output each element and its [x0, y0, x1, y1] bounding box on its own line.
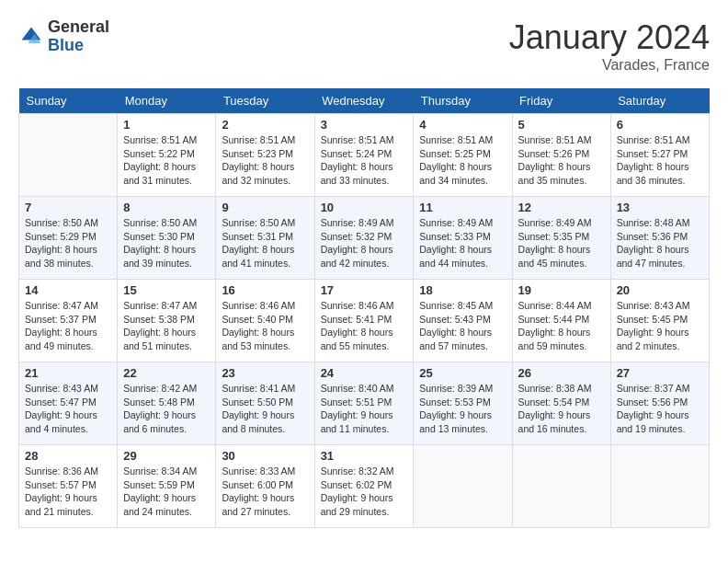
day-number: 5 — [518, 118, 605, 132]
calendar-cell: 16Sunrise: 8:46 AM Sunset: 5:40 PM Dayli… — [216, 280, 314, 362]
day-number: 18 — [419, 283, 506, 297]
day-content: Sunrise: 8:51 AM Sunset: 5:25 PM Dayligh… — [419, 133, 506, 188]
calendar-cell: 12Sunrise: 8:49 AM Sunset: 5:35 PM Dayli… — [512, 197, 610, 280]
day-content: Sunrise: 8:33 AM Sunset: 6:00 PM Dayligh… — [222, 465, 308, 519]
day-number: 22 — [123, 366, 210, 380]
day-number: 2 — [222, 118, 308, 132]
day-number: 4 — [419, 118, 506, 132]
day-number: 13 — [617, 201, 703, 214]
day-number: 15 — [123, 283, 210, 297]
day-number: 29 — [123, 449, 210, 463]
calendar-cell: 5Sunrise: 8:51 AM Sunset: 5:26 PM Daylig… — [512, 114, 610, 197]
day-number: 8 — [123, 201, 210, 214]
calendar-cell: 3Sunrise: 8:51 AM Sunset: 5:24 PM Daylig… — [314, 114, 414, 197]
calendar-cell: 8Sunrise: 8:50 AM Sunset: 5:30 PM Daylig… — [118, 197, 216, 280]
day-content: Sunrise: 8:45 AM Sunset: 5:43 PM Dayligh… — [419, 299, 506, 353]
day-number: 3 — [321, 118, 408, 132]
calendar-cell: 26Sunrise: 8:38 AM Sunset: 5:54 PM Dayli… — [512, 362, 610, 445]
weekday-header-friday: Friday — [512, 88, 610, 114]
logo-text: General Blue — [48, 18, 109, 55]
calendar-week-3: 14Sunrise: 8:47 AM Sunset: 5:37 PM Dayli… — [19, 280, 710, 362]
weekday-header-monday: Monday — [118, 88, 216, 114]
calendar-cell: 20Sunrise: 8:43 AM Sunset: 5:45 PM Dayli… — [610, 280, 709, 362]
day-content: Sunrise: 8:51 AM Sunset: 5:26 PM Dayligh… — [518, 133, 605, 188]
day-number: 9 — [222, 201, 308, 214]
day-number: 27 — [617, 366, 703, 380]
day-number: 24 — [321, 366, 408, 380]
day-number: 31 — [321, 449, 408, 463]
calendar-week-2: 7Sunrise: 8:50 AM Sunset: 5:29 PM Daylig… — [19, 197, 710, 280]
day-number: 20 — [617, 283, 703, 297]
calendar-cell: 28Sunrise: 8:36 AM Sunset: 5:57 PM Dayli… — [19, 445, 118, 528]
day-content: Sunrise: 8:44 AM Sunset: 5:44 PM Dayligh… — [518, 299, 605, 353]
calendar-cell — [512, 445, 610, 528]
calendar-cell: 14Sunrise: 8:47 AM Sunset: 5:37 PM Dayli… — [19, 280, 118, 362]
calendar-cell: 29Sunrise: 8:34 AM Sunset: 5:59 PM Dayli… — [118, 445, 216, 528]
day-content: Sunrise: 8:49 AM Sunset: 5:35 PM Dayligh… — [518, 216, 605, 270]
day-content: Sunrise: 8:34 AM Sunset: 5:59 PM Dayligh… — [123, 465, 210, 519]
day-number: 6 — [617, 118, 703, 132]
calendar-cell: 11Sunrise: 8:49 AM Sunset: 5:33 PM Dayli… — [414, 197, 512, 280]
calendar-cell: 1Sunrise: 8:51 AM Sunset: 5:22 PM Daylig… — [118, 114, 216, 197]
calendar-week-4: 21Sunrise: 8:43 AM Sunset: 5:47 PM Dayli… — [19, 362, 710, 445]
month-title: January 2024 — [509, 18, 710, 57]
weekday-header-sunday: Sunday — [19, 88, 118, 114]
day-content: Sunrise: 8:42 AM Sunset: 5:48 PM Dayligh… — [123, 382, 210, 436]
calendar-cell: 31Sunrise: 8:32 AM Sunset: 6:02 PM Dayli… — [314, 445, 414, 528]
day-content: Sunrise: 8:47 AM Sunset: 5:38 PM Dayligh… — [123, 299, 210, 353]
day-content: Sunrise: 8:51 AM Sunset: 5:23 PM Dayligh… — [222, 133, 308, 188]
weekday-header-thursday: Thursday — [414, 88, 512, 114]
logo-general-text: General — [48, 17, 109, 36]
day-content: Sunrise: 8:51 AM Sunset: 5:27 PM Dayligh… — [617, 133, 703, 188]
calendar-cell: 22Sunrise: 8:42 AM Sunset: 5:48 PM Dayli… — [118, 362, 216, 445]
page-header: General Blue January 2024 Varades, Franc… — [18, 18, 710, 74]
calendar-week-1: 1Sunrise: 8:51 AM Sunset: 5:22 PM Daylig… — [19, 114, 710, 197]
calendar-cell: 4Sunrise: 8:51 AM Sunset: 5:25 PM Daylig… — [414, 114, 512, 197]
svg-marker-0 — [22, 27, 41, 40]
location: Varades, France — [509, 57, 710, 74]
calendar-header: SundayMondayTuesdayWednesdayThursdayFrid… — [19, 88, 710, 114]
day-number: 10 — [321, 201, 408, 214]
calendar-cell: 24Sunrise: 8:40 AM Sunset: 5:51 PM Dayli… — [314, 362, 414, 445]
calendar-cell — [414, 445, 512, 528]
calendar-cell: 10Sunrise: 8:49 AM Sunset: 5:32 PM Dayli… — [314, 197, 414, 280]
day-content: Sunrise: 8:46 AM Sunset: 5:41 PM Dayligh… — [321, 299, 408, 353]
calendar-cell: 15Sunrise: 8:47 AM Sunset: 5:38 PM Dayli… — [118, 280, 216, 362]
calendar-cell: 7Sunrise: 8:50 AM Sunset: 5:29 PM Daylig… — [19, 197, 118, 280]
day-content: Sunrise: 8:40 AM Sunset: 5:51 PM Dayligh… — [321, 382, 408, 436]
day-number: 14 — [25, 283, 111, 297]
day-content: Sunrise: 8:36 AM Sunset: 5:57 PM Dayligh… — [25, 465, 111, 519]
title-block: January 2024 Varades, France — [509, 18, 710, 74]
day-content: Sunrise: 8:47 AM Sunset: 5:37 PM Dayligh… — [25, 299, 111, 353]
weekday-header-tuesday: Tuesday — [216, 88, 314, 114]
calendar-cell: 23Sunrise: 8:41 AM Sunset: 5:50 PM Dayli… — [216, 362, 314, 445]
calendar-cell: 27Sunrise: 8:37 AM Sunset: 5:56 PM Dayli… — [610, 362, 709, 445]
calendar-cell: 9Sunrise: 8:50 AM Sunset: 5:31 PM Daylig… — [216, 197, 314, 280]
day-number: 30 — [222, 449, 308, 463]
day-number: 11 — [419, 201, 506, 214]
calendar-body: 1Sunrise: 8:51 AM Sunset: 5:22 PM Daylig… — [19, 114, 710, 528]
day-number: 12 — [518, 201, 605, 214]
calendar-cell: 21Sunrise: 8:43 AM Sunset: 5:47 PM Dayli… — [19, 362, 118, 445]
calendar-cell: 17Sunrise: 8:46 AM Sunset: 5:41 PM Dayli… — [314, 280, 414, 362]
calendar-cell — [19, 114, 118, 197]
logo-icon — [18, 24, 44, 50]
day-number: 21 — [25, 366, 111, 380]
day-number: 23 — [222, 366, 308, 380]
calendar-table: SundayMondayTuesdayWednesdayThursdayFrid… — [18, 88, 710, 528]
day-content: Sunrise: 8:43 AM Sunset: 5:45 PM Dayligh… — [617, 299, 703, 353]
day-number: 7 — [25, 201, 111, 214]
day-content: Sunrise: 8:41 AM Sunset: 5:50 PM Dayligh… — [222, 382, 308, 436]
day-content: Sunrise: 8:50 AM Sunset: 5:31 PM Dayligh… — [222, 216, 308, 270]
weekday-header-wednesday: Wednesday — [314, 88, 414, 114]
day-content: Sunrise: 8:46 AM Sunset: 5:40 PM Dayligh… — [222, 299, 308, 353]
day-number: 1 — [123, 118, 210, 132]
day-number: 16 — [222, 283, 308, 297]
calendar-cell: 6Sunrise: 8:51 AM Sunset: 5:27 PM Daylig… — [610, 114, 709, 197]
day-content: Sunrise: 8:49 AM Sunset: 5:33 PM Dayligh… — [419, 216, 506, 270]
day-content: Sunrise: 8:39 AM Sunset: 5:53 PM Dayligh… — [419, 382, 506, 436]
calendar-cell: 30Sunrise: 8:33 AM Sunset: 6:00 PM Dayli… — [216, 445, 314, 528]
logo: General Blue — [18, 18, 109, 55]
logo-blue-text: Blue — [48, 36, 84, 54]
day-number: 19 — [518, 283, 605, 297]
